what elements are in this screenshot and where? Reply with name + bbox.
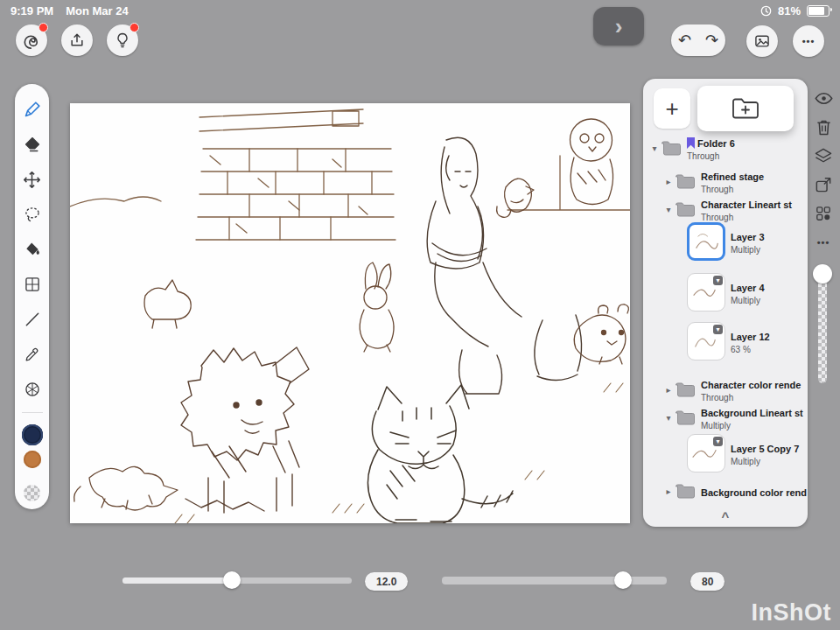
brush-opacity-value: 80 bbox=[690, 572, 724, 591]
scroll-up-chevron[interactable]: ^ bbox=[643, 509, 808, 524]
tool-symmetry[interactable] bbox=[19, 372, 46, 407]
blend-mode: Through bbox=[687, 150, 735, 162]
transfer-layer-icon[interactable] bbox=[814, 176, 833, 193]
tool-pen[interactable] bbox=[19, 92, 46, 127]
brush-library-button[interactable] bbox=[16, 24, 47, 56]
layer-name: Background Lineart st bbox=[701, 408, 803, 418]
folder-tag-icon bbox=[687, 138, 695, 149]
export-icon bbox=[68, 32, 86, 49]
layer-thumbnail[interactable]: ▾ bbox=[687, 322, 725, 360]
layer-row[interactable]: ▾ Layer 5 Copy 7 Multiply bbox=[687, 434, 840, 472]
layer-row[interactable]: ▾ Character Lineart st Through bbox=[662, 196, 825, 223]
layers-panel: + ▾ Folder 6 Through ▸ Refined s bbox=[643, 79, 808, 527]
blend-mode: Multiply bbox=[731, 295, 765, 306]
drawing-canvas[interactable] bbox=[70, 103, 630, 523]
folder-icon bbox=[675, 382, 696, 398]
layer-more-button[interactable]: ••• bbox=[814, 234, 833, 251]
blend-mode: Through bbox=[701, 184, 764, 195]
layer-name: Layer 3 bbox=[731, 232, 765, 242]
redo-button[interactable]: ↷ bbox=[698, 31, 725, 50]
folder-plus-icon bbox=[731, 96, 760, 121]
gallery-button[interactable] bbox=[746, 25, 778, 57]
undo-redo-group: ↶ ↷ bbox=[671, 24, 725, 56]
layer-row[interactable]: ▾ Folder 6 Through bbox=[648, 135, 811, 162]
chevron-icon[interactable]: ▸ bbox=[662, 385, 675, 395]
clipping-badge-icon: ▾ bbox=[713, 437, 723, 446]
tool-transform-grid[interactable] bbox=[19, 267, 46, 302]
chevron-right-icon: › bbox=[615, 15, 623, 38]
brush-opacity-slider[interactable] bbox=[442, 577, 667, 584]
layer-name: Background color rend bbox=[701, 487, 807, 498]
brush-size-value: 12.0 bbox=[365, 572, 408, 591]
delete-trash-icon[interactable] bbox=[814, 118, 833, 136]
layer-name: Layer 12 bbox=[731, 332, 770, 342]
divider bbox=[22, 412, 43, 413]
layer-row[interactable]: ▸ Background color rend bbox=[662, 483, 825, 500]
battery-percent: 81% bbox=[778, 4, 801, 18]
more-button[interactable]: ••• bbox=[793, 25, 824, 57]
tool-move[interactable] bbox=[19, 162, 46, 197]
layer-row[interactable]: ▾ Background Lineart st Multiply bbox=[662, 404, 825, 431]
opacity-slider-knob[interactable] bbox=[813, 264, 832, 284]
tool-eyedropper[interactable] bbox=[19, 337, 46, 372]
add-folder-button[interactable] bbox=[697, 86, 794, 131]
layer-row[interactable]: ▸ Refined stage Through bbox=[662, 168, 825, 195]
brush-opacity-knob[interactable] bbox=[614, 571, 632, 589]
clock-icon bbox=[760, 5, 772, 17]
status-time: 9:19 PM bbox=[10, 4, 53, 18]
add-layer-button[interactable]: + bbox=[654, 88, 690, 129]
status-bar: 9:19 PM Mon Mar 24 81% bbox=[0, 0, 840, 21]
folder-icon bbox=[661, 140, 682, 157]
tool-fill[interactable] bbox=[19, 232, 46, 267]
ellipsis-icon: ••• bbox=[802, 36, 816, 46]
transparent-color-swatch[interactable] bbox=[24, 485, 40, 501]
panel-handle[interactable]: › bbox=[593, 7, 644, 46]
layer-opacity-slider[interactable] bbox=[812, 264, 833, 385]
folder-icon bbox=[675, 483, 696, 500]
layer-thumbnail[interactable]: ▾ bbox=[687, 273, 725, 312]
primary-color-swatch[interactable] bbox=[22, 424, 43, 445]
tips-button[interactable] bbox=[107, 24, 138, 56]
layer-actions-rail: ••• bbox=[808, 89, 838, 251]
lightbulb-icon bbox=[114, 32, 131, 49]
visibility-eye-icon[interactable] bbox=[814, 89, 833, 107]
chevron-icon[interactable]: ▸ bbox=[662, 177, 675, 186]
layer-thumbnail[interactable] bbox=[687, 222, 725, 261]
layer-name: Character color rende bbox=[701, 380, 801, 390]
chevron-icon[interactable]: ▾ bbox=[662, 205, 675, 214]
notification-dot bbox=[38, 23, 48, 32]
layer-name: Folder 6 bbox=[687, 138, 735, 149]
effects-grid-icon[interactable] bbox=[814, 205, 833, 222]
notification-dot bbox=[130, 23, 139, 32]
brush-size-fill bbox=[122, 578, 233, 584]
brush-size-knob[interactable] bbox=[223, 571, 241, 589]
folder-icon bbox=[675, 201, 696, 218]
flatten-layers-icon[interactable] bbox=[814, 147, 833, 164]
tool-sidebar bbox=[15, 84, 49, 509]
layer-name: Layer 5 Copy 7 bbox=[731, 444, 799, 454]
secondary-color-swatch[interactable] bbox=[24, 451, 41, 468]
tool-lasso[interactable] bbox=[19, 197, 46, 232]
chevron-icon[interactable]: ▸ bbox=[662, 486, 675, 496]
clipping-badge-icon: ▾ bbox=[713, 276, 723, 285]
folder-icon bbox=[675, 410, 696, 426]
layer-name: Refined stage bbox=[701, 172, 764, 182]
opacity-slider-track[interactable] bbox=[818, 276, 827, 383]
plus-icon: + bbox=[665, 95, 678, 122]
chevron-icon[interactable]: ▾ bbox=[648, 144, 661, 153]
canvas-artwork bbox=[70, 103, 630, 523]
tool-line[interactable] bbox=[19, 302, 46, 337]
undo-button[interactable]: ↶ bbox=[671, 31, 698, 50]
inshot-watermark: InShOt bbox=[752, 599, 832, 626]
battery-icon bbox=[807, 5, 830, 17]
blend-mode: Multiply bbox=[701, 420, 803, 431]
spiral-icon bbox=[22, 31, 41, 50]
layer-row[interactable]: ▸ Character color rende Through bbox=[662, 376, 825, 403]
status-date: Mon Mar 24 bbox=[66, 4, 129, 18]
export-button[interactable] bbox=[61, 24, 93, 56]
layer-thumbnail[interactable]: ▾ bbox=[687, 434, 725, 472]
layer-opacity: 63 % bbox=[731, 344, 770, 355]
blend-mode: Through bbox=[701, 392, 801, 403]
chevron-icon[interactable]: ▾ bbox=[662, 413, 675, 423]
tool-eraser[interactable] bbox=[19, 127, 46, 162]
